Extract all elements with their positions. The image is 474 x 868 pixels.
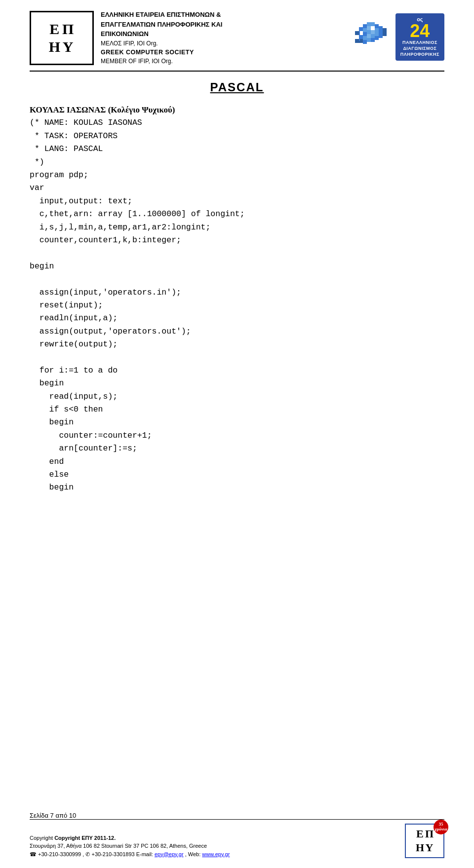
svg-rect-20 (367, 34, 371, 38)
svg-rect-11 (383, 28, 387, 32)
org-line-5: GREEK COMPUTER SOCIETY (101, 48, 222, 57)
code-line-11 (30, 247, 444, 260)
code-line-17: assign(output,'operators.out'); (30, 325, 444, 338)
svg-rect-3 (371, 22, 375, 26)
code-line-5: program pdp; (30, 169, 444, 182)
logo-letter-h: Η (49, 38, 61, 55)
code-line-27: end (30, 455, 444, 468)
org-line-1: ΕΛΛΗΝΙΚΗ ΕΤΑΙΡΕΙΑ ΕΠΙΣΤΗΜΟΝΩΝ & (101, 10, 222, 20)
logo-letter-e: Ε (49, 21, 61, 38)
years-badge: 35 χρόνια (434, 820, 448, 834)
fax-text: ✆ +30-210-3301893 (85, 851, 134, 857)
code-line-24: begin (30, 416, 444, 429)
code-line-20: for i:=1 to a do (30, 364, 444, 377)
address-text: Στουρνάρη 37, Αθήνα 106 82 Stournari Str… (30, 843, 207, 849)
code-line-25: counter:=counter+1; (30, 429, 444, 442)
contest-logo-inner: ος 24 ΠΑΝΕΛΛΗΝΙΟΣ ΔΙΑΓΩΝΙΣΜΟΣ ΠΛΗΡΟΦΟΡΙΚ… (354, 13, 444, 60)
footer-logo-e: Ε (416, 828, 424, 840)
svg-rect-2 (367, 22, 371, 26)
page-footer: Copyright Copyright ΕΠΥ 2011-12. Στουρνά… (30, 819, 444, 858)
page-header: Ε Π Η Υ ΕΛΛΗΝΙΚΗ ΕΤΑΙΡΕΙΑ ΕΠΙΣΤΗΜΟΝΩΝ & … (30, 10, 444, 72)
logo-letter-p: Π (62, 21, 75, 38)
code-line-16: readln(input,a); (30, 312, 444, 325)
svg-rect-13 (367, 30, 371, 34)
code-line-29: begin (30, 481, 444, 494)
footer-top: Copyright Copyright ΕΠΥ 2011-12. Στουρνά… (30, 824, 444, 858)
main-content: PASCAL ΚΟΥΛΑΣ ΙΑΣΩΝΑΣ (Κολέγιο Ψυχικού) … (30, 80, 444, 819)
phone-text: ☎ +30-210-3300999 (30, 851, 81, 857)
svg-rect-10 (379, 30, 383, 34)
logo-letter-y: Υ (62, 38, 75, 55)
code-line-10: counter,counter1,k,b:integer; (30, 234, 444, 247)
address-line: Στουρνάρη 37, Αθήνα 106 82 Stournari Str… (30, 842, 230, 850)
web-link[interactable]: www.epy.gr (202, 851, 230, 857)
code-line-1: (* NAME: KOULAS IASONAS (30, 116, 444, 129)
svg-rect-19 (363, 36, 367, 40)
footer-logo-box: Ε Π Η Υ 35 χρόνια (405, 824, 444, 858)
org-text: ΕΛΛΗΝΙΚΗ ΕΤΑΙΡΕΙΑ ΕΠΙΣΤΗΜΟΝΩΝ & ΕΠΑΓΓΕΛΜ… (101, 10, 222, 66)
svg-rect-6 (363, 28, 367, 32)
code-line-8: c,thet,arn: array [1..1000000] of longin… (30, 208, 444, 221)
copyright-org: Copyright ΕΠΥ 2011-12. (54, 835, 116, 841)
code-line-26: arn[counter]:=s; (30, 442, 444, 455)
web-label: , Web: (185, 851, 202, 857)
code-line-22: read(input,s); (30, 390, 444, 403)
code-line-28: else (30, 468, 444, 481)
svg-rect-1 (363, 24, 367, 28)
svg-rect-17 (383, 32, 387, 36)
header-left: Ε Π Η Υ ΕΛΛΗΝΙΚΗ ΕΤΑΙΡΕΙΑ ΕΠΙΣΤΗΜΟΝΩΝ & … (30, 10, 222, 66)
footer-left-text: Copyright Copyright ΕΠΥ 2011-12. Στουρνά… (30, 834, 230, 859)
footer-logo-h: Η (416, 841, 424, 854)
svg-rect-9 (375, 28, 379, 32)
contest-badge: ος 24 ΠΑΝΕΛΛΗΝΙΟΣ ΔΙΑΓΩΝΙΣΜΟΣ ΠΛΗΡΟΦΟΡΙΚ… (395, 13, 444, 60)
svg-rect-28 (355, 39, 359, 43)
code-line-14: assign(input,'operators.in'); (30, 286, 444, 299)
code-line-2: * TASK: OPERATORS (30, 130, 444, 143)
contest-line-2: ΔΙΑΓΩΝΙΣΜΟΣ (403, 46, 436, 52)
code-line-9: i,s,j,l,min,a,temp,ar1,ar2:longint; (30, 221, 444, 234)
svg-rect-26 (371, 38, 375, 42)
svg-rect-15 (375, 32, 379, 36)
code-line-21: begin (30, 377, 444, 390)
code-line-12: begin (30, 260, 444, 273)
code-line-15: reset(input); (30, 299, 444, 312)
code-line-18: rewrite(output); (30, 338, 444, 351)
org-line-2: ΕΠΑΓΓΕΛΜΑΤΙΩΝ ΠΛΗΡΟΦΟΡΙΚΗΣ ΚΑΙ (101, 20, 222, 30)
svg-rect-27 (355, 31, 359, 35)
contest-line-1: ΠΑΝΕΛΛΗΝΙΟΣ (402, 40, 437, 46)
copyright-line: Copyright Copyright ΕΠΥ 2011-12. (30, 834, 230, 842)
svg-rect-16 (379, 34, 383, 38)
svg-rect-29 (359, 31, 360, 41)
email-label: E-mail: (136, 851, 155, 857)
contact-line: ☎ +30-210-3300999 , ✆ +30-210-3301893 E-… (30, 850, 230, 859)
code-line-13 (30, 273, 444, 286)
code-line-19 (30, 351, 444, 364)
org-line-3: ΕΠΙΚΟΙΝΩΝΙΩΝ (101, 29, 222, 39)
svg-rect-7 (367, 26, 371, 30)
svg-rect-21 (371, 34, 375, 38)
svg-rect-25 (367, 38, 371, 42)
footer-logo-p: Π (425, 828, 434, 840)
svg-rect-8 (371, 26, 375, 30)
svg-rect-0 (359, 27, 363, 31)
contest-number: 24 (410, 22, 430, 40)
org-line-4: ΜΕΛΟΣ IFIP, IOI Org. (101, 39, 222, 48)
code-line-0: ΚΟΥΛΑΣ ΙΑΣΩΝΑΣ (Κολέγιο Ψυχικού) (30, 103, 444, 116)
svg-rect-12 (363, 32, 367, 36)
code-line-23: if s<0 then (30, 403, 444, 416)
email-link[interactable]: epy@epy.gr (155, 851, 184, 857)
org-logo: Ε Π Η Υ (30, 11, 94, 65)
code-line-7: input,output: text; (30, 195, 444, 208)
footer-right-logo: Ε Π Η Υ 35 χρόνια (405, 824, 444, 858)
logo-letters: Ε Π Η Υ (49, 21, 75, 55)
svg-rect-24 (363, 40, 367, 44)
svg-rect-22 (375, 36, 379, 40)
footer-logo-y: Υ (425, 841, 434, 854)
contest-logo: ος 24 ΠΑΝΕΛΛΗΝΙΟΣ ΔΙΑΓΩΝΙΣΜΟΣ ΠΛΗΡΟΦΟΡΙΚ… (346, 10, 444, 64)
copyright-text: Copyright (30, 835, 54, 841)
contest-text: ΠΑΝΕΛΛΗΝΙΟΣ ΔΙΑΓΩΝΙΣΜΟΣ ΠΛΗΡΟΦΟΡΙΚΗΣ (400, 40, 439, 57)
pascal-title: PASCAL (30, 80, 444, 94)
code-line-3: * LANG: PASCAL (30, 143, 444, 155)
contest-line-3: ΠΛΗΡΟΦΟΡΙΚΗΣ (400, 52, 439, 58)
svg-rect-4 (375, 24, 379, 28)
